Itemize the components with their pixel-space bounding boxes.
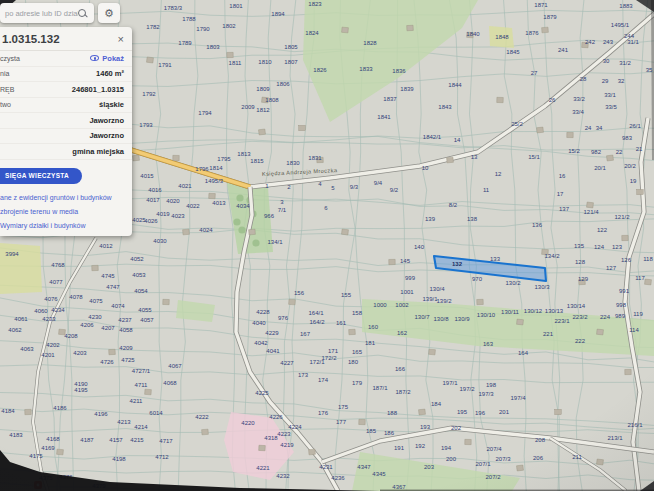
ksiega-wieczysta-button[interactable]: SIĘGA WIECZYSTA xyxy=(0,168,82,184)
parcel-label[interactable]: 3994 xyxy=(5,251,19,257)
parcel-label[interactable]: 1845 xyxy=(506,49,520,55)
parcel-label[interactable]: 241 xyxy=(558,47,569,53)
parcel-label[interactable]: 4186 xyxy=(53,405,67,411)
parcel-label[interactable]: 130/12 xyxy=(524,308,543,314)
parcel-label[interactable]: 1812 xyxy=(256,107,270,113)
parcel-label[interactable]: 124 xyxy=(594,244,605,250)
parcel-label[interactable]: 9/4 xyxy=(374,180,383,186)
parcel-label[interactable]: 1841 xyxy=(377,114,391,120)
parcel-label[interactable]: 1790 xyxy=(196,26,210,32)
parcel-label[interactable]: 1813 xyxy=(237,151,251,157)
parcel-label[interactable]: 1801 xyxy=(229,3,243,9)
parcel-label[interactable]: 1828 xyxy=(363,40,377,46)
parcel-label[interactable]: 4077 xyxy=(49,279,63,285)
parcel-label[interactable]: 130/2 xyxy=(505,280,521,286)
parcel-label[interactable]: 4021 xyxy=(178,183,192,189)
parcel-label[interactable]: 4012 xyxy=(99,243,113,249)
parcel-label[interactable]: 179 xyxy=(352,380,363,386)
link-uzbrojenie[interactable]: zbrojenie terenu w media xyxy=(0,208,132,215)
parcel-label[interactable]: 4318 xyxy=(264,435,278,441)
parcel-label[interactable]: 177 xyxy=(336,419,347,425)
parcel-label[interactable]: 185 xyxy=(366,428,377,434)
parcel-label[interactable]: 4052 xyxy=(130,256,144,262)
parcel-label[interactable]: 164/2 xyxy=(309,319,325,325)
parcel-label[interactable]: 186 xyxy=(384,430,395,436)
parcel-label[interactable]: 129 xyxy=(578,276,589,282)
parcel-label[interactable]: 33/2 xyxy=(573,96,585,102)
parcel-label[interactable]: 4347 xyxy=(357,464,371,470)
parcel-label[interactable]: 139/2 xyxy=(436,298,452,304)
parcel-label[interactable]: 195 xyxy=(457,409,468,415)
parcel-label[interactable]: 4711 xyxy=(135,382,149,388)
parcel-label[interactable]: 123 xyxy=(612,244,623,250)
parcel-label[interactable]: 203 xyxy=(424,464,435,470)
parcel-label[interactable]: 4023 xyxy=(171,213,185,219)
parcel-label[interactable]: 4054 xyxy=(134,288,148,294)
parcel-label[interactable]: 4208 xyxy=(64,333,78,339)
parcel-label[interactable]: 207/4 xyxy=(486,446,502,452)
parcel-label[interactable]: 194 xyxy=(441,445,452,451)
parcel-label[interactable]: 221 xyxy=(543,331,554,337)
parcel-label[interactable]: 140 xyxy=(414,244,425,250)
parcel-label[interactable]: 134/1 xyxy=(267,239,283,245)
parcel-label[interactable]: 22 xyxy=(616,149,623,155)
parcel-label[interactable]: 4183 xyxy=(9,432,23,438)
parcel-label[interactable]: 34 xyxy=(596,125,603,131)
parcel-label[interactable]: 4768 xyxy=(51,262,65,268)
parcel-label[interactable]: 1495/3 xyxy=(205,178,224,184)
parcel-label[interactable]: 1783/3 xyxy=(164,5,183,11)
parcel-label[interactable]: 201 xyxy=(499,409,510,415)
parcel-label[interactable]: 4213 xyxy=(117,419,131,425)
parcel-label[interactable]: 4175 xyxy=(29,453,43,459)
parcel-label[interactable]: 1837 xyxy=(383,96,397,102)
parcel-label[interactable]: 134/2 xyxy=(544,253,560,259)
parcel-label[interactable]: 4074 xyxy=(111,303,125,309)
parcel-label[interactable]: 4015 xyxy=(140,173,154,179)
parcel-label[interactable]: 26 xyxy=(549,97,556,103)
parcel-label[interactable]: 4367 xyxy=(392,484,406,490)
parcel-label[interactable]: 17 xyxy=(557,191,564,197)
parcel-label[interactable]: 122 xyxy=(597,227,608,233)
parcel-label[interactable]: 4195 xyxy=(74,387,88,393)
parcel-label[interactable]: 15/2 xyxy=(568,148,580,154)
parcel-label[interactable]: 21 xyxy=(636,146,643,152)
parcel-label[interactable]: 32 xyxy=(618,78,625,84)
parcel-label[interactable]: 4042 xyxy=(254,340,268,346)
parcel-label[interactable]: 4229 xyxy=(265,330,279,336)
parcel-label[interactable]: 130/4 xyxy=(429,286,445,292)
parcel-label[interactable]: 1791 xyxy=(158,62,172,68)
parcel-label[interactable]: 4041 xyxy=(266,348,280,354)
parcel-label[interactable]: 4020 xyxy=(166,198,180,204)
parcel-label[interactable]: 121/4 xyxy=(583,209,599,215)
parcel-label[interactable]: 174 xyxy=(318,377,329,383)
parcel-label[interactable]: 137 xyxy=(559,206,570,212)
parcel-label[interactable]: 26/1 xyxy=(629,123,641,129)
parcel-label[interactable]: 4057 xyxy=(140,317,154,323)
parcel-label[interactable]: 4168 xyxy=(46,436,60,442)
parcel-label[interactable]: 4220 xyxy=(241,420,255,426)
parcel-label[interactable]: 188 xyxy=(387,410,398,416)
parcel-label[interactable]: 130/11 xyxy=(501,309,520,315)
parcel-label[interactable]: 4030 xyxy=(153,238,167,244)
parcel-label[interactable]: 31/1 xyxy=(627,39,639,45)
parcel-label[interactable]: 4727/1 xyxy=(132,368,151,374)
parcel-label[interactable]: 4747 xyxy=(106,284,120,290)
parcel-label[interactable]: 4078 xyxy=(69,294,83,300)
parcel-label[interactable]: 200 xyxy=(446,456,457,462)
parcel-label[interactable]: 4225 xyxy=(255,390,269,396)
parcel-label[interactable]: 4214 xyxy=(134,424,148,430)
parcel-label[interactable]: 130/13 xyxy=(545,308,564,314)
parcel-label[interactable]: 4211 xyxy=(130,398,144,404)
parcel-label[interactable]: 1894 xyxy=(271,11,285,17)
parcel-label[interactable]: 33/5 xyxy=(605,104,617,110)
parcel-label[interactable]: 1815 xyxy=(250,158,264,164)
parcel-label[interactable]: 4024 xyxy=(199,227,213,233)
parcel-label[interactable]: 1807 xyxy=(284,59,298,65)
parcel-label[interactable]: 119 xyxy=(633,311,643,317)
parcel-label[interactable]: 224 xyxy=(600,314,611,320)
parcel-label[interactable]: 130/10 xyxy=(477,312,496,318)
parcel-label[interactable]: 1788 xyxy=(182,16,196,22)
parcel-label[interactable]: 9/3 xyxy=(350,184,359,190)
parcel-label[interactable]: 4019 xyxy=(156,211,170,217)
parcel-label[interactable]: 4206 xyxy=(80,322,94,328)
